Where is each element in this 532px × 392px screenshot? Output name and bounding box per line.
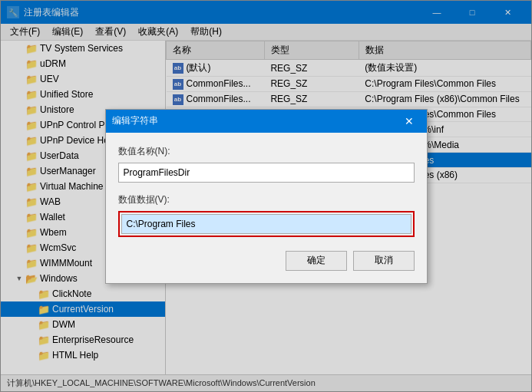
name-label: 数值名称(N): bbox=[118, 145, 415, 158]
modal-overlay: 编辑字符串 ✕ 数值名称(N): 数值数据(V): 确定 取消 bbox=[0, 0, 532, 392]
name-input[interactable] bbox=[118, 163, 415, 183]
value-input[interactable] bbox=[121, 214, 411, 234]
value-input-wrapper bbox=[118, 211, 415, 237]
modal-buttons: 确定 取消 bbox=[118, 248, 415, 271]
value-label-row: 数值数据(V): bbox=[118, 193, 415, 206]
modal-body: 数值名称(N): 数值数据(V): 确定 取消 bbox=[106, 133, 427, 283]
modal-title: 编辑字符串 bbox=[112, 114, 398, 127]
value-section: 数值数据(V): bbox=[118, 193, 415, 237]
value-label: 数值数据(V): bbox=[118, 193, 170, 206]
modal-close-button[interactable]: ✕ bbox=[398, 110, 421, 133]
edit-string-dialog: 编辑字符串 ✕ 数值名称(N): 数值数据(V): 确定 取消 bbox=[105, 109, 428, 284]
cancel-button[interactable]: 取消 bbox=[353, 251, 415, 271]
ok-button[interactable]: 确定 bbox=[286, 251, 347, 271]
modal-title-bar: 编辑字符串 ✕ bbox=[106, 110, 427, 133]
